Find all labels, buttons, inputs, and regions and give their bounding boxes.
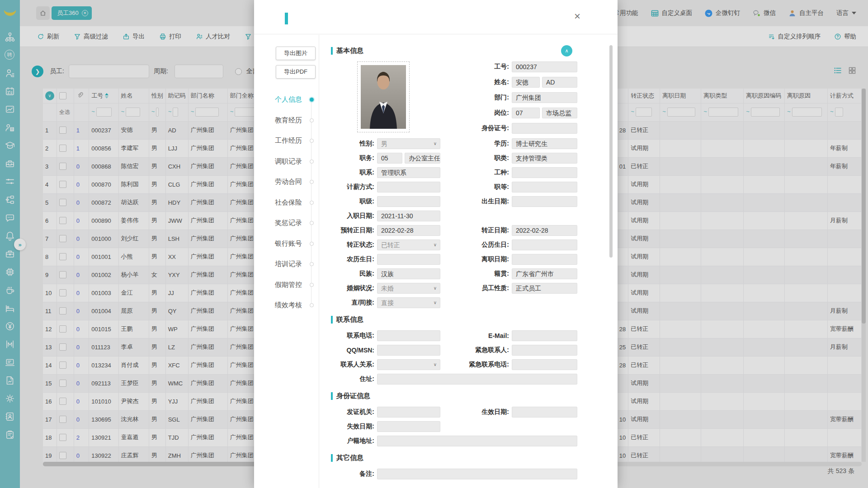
paymethod-label: 计薪方式: [331, 183, 374, 191]
rank-field[interactable] [377, 196, 440, 207]
preregular-field[interactable]: 2022-02-28 [377, 225, 440, 236]
phone-field[interactable] [377, 330, 440, 341]
edu-field[interactable]: 博士研究生 [512, 138, 577, 149]
modal-nav-item[interactable]: 个人信息 [254, 89, 319, 110]
ethnic-field[interactable]: 汉族 [377, 268, 440, 279]
birthdate-field[interactable] [512, 196, 577, 207]
worktype-field[interactable] [512, 167, 577, 178]
idno-field[interactable] [512, 123, 577, 134]
effective-date-label: 生效日期: [458, 408, 509, 416]
duty-name-field[interactable]: 办公室主任 [405, 153, 440, 164]
app-screen: 聘 » 员工360✕ 常用功能 自定义桌面 企微钉钉 微信 [0, 0, 868, 488]
modal-nav-item[interactable]: 假期管控 [254, 275, 319, 296]
paymethod-field[interactable] [377, 182, 440, 192]
modal-scrollbar-thumb[interactable] [609, 45, 613, 258]
export-image-button[interactable]: 导出图片 [276, 47, 316, 60]
modal-nav-item[interactable]: 社会保险 [254, 192, 319, 213]
modal-title-accent-bar [285, 13, 288, 24]
modal-nav-list: 个人信息 教育经历 工作经历 调职记录 [254, 89, 319, 316]
name-label: 姓名: [458, 78, 509, 86]
worktype-label: 工种: [458, 169, 509, 177]
modal-nav-item[interactable]: 调职记录 [254, 151, 319, 172]
issue-org-label: 发证机关: [331, 408, 374, 416]
regulardate-label: 转正日期: [458, 226, 509, 235]
nav-step-dot [310, 242, 314, 246]
idno-label: 身份证号: [458, 124, 509, 132]
leavedate-field[interactable] [512, 254, 577, 265]
lunarbirthday-label: 农历生日: [331, 255, 374, 263]
name-en-field[interactable]: AD [542, 77, 577, 88]
ethnic-label: 民族: [331, 270, 374, 278]
post-name-field[interactable]: 市场总监 [542, 108, 577, 118]
edu-label: 学历: [458, 140, 509, 148]
jobfamily-field[interactable]: 管理职系 [377, 167, 440, 178]
birthdate-label: 出生日期: [458, 197, 509, 206]
empnature-field[interactable]: 正式员工 [512, 283, 577, 294]
contact-relation-label: 联系人关系: [331, 361, 374, 369]
jobclass-label: 职类: [458, 154, 509, 162]
employee-photo[interactable] [357, 61, 410, 132]
section-idcard-info: 身份证信息 [331, 392, 586, 400]
address-field[interactable] [377, 374, 577, 385]
modal-header: × [254, 0, 618, 34]
modal-nav-item[interactable]: 奖惩记录 [254, 213, 319, 234]
lunarbirthday-field[interactable] [377, 254, 440, 265]
direct-label: 直/间接: [331, 299, 374, 307]
nav-step-dot [310, 118, 314, 122]
direct-select[interactable]: 直接∨ [377, 297, 440, 308]
modal-nav-item[interactable]: 工作经历 [254, 131, 319, 151]
collapse-section-icon[interactable]: ∧ [561, 45, 572, 56]
remark-field[interactable] [377, 469, 577, 479]
leavedate-label: 离职日期: [458, 255, 509, 263]
nav-step-dot [310, 201, 314, 205]
household-address-label: 户籍地址: [331, 437, 374, 445]
regulardate-field[interactable]: 2022-02-28 [512, 225, 577, 236]
employee-detail-modal: × 导出图片 导出PDF 个人信息 教育经历 [254, 0, 618, 488]
modal-nav-item[interactable]: 绩效考核 [254, 295, 319, 316]
marital-label: 婚姻状况: [331, 284, 374, 292]
nav-step-dot [310, 283, 314, 287]
regularstatus-label: 转正状态: [331, 241, 374, 249]
modal-nav-item[interactable]: 教育经历 [254, 110, 319, 131]
jobclass-field[interactable]: 支持管理类 [512, 153, 577, 164]
emergency-phone-field[interactable] [512, 359, 577, 370]
dept-field[interactable]: 广州集团 [512, 92, 577, 103]
empno-field[interactable]: 000237 [512, 61, 577, 72]
section-basic-info: 基本信息 ∧ [331, 47, 586, 55]
emergency-phone-label: 紧急联系电话: [458, 361, 509, 369]
emergency-contact-label: 紧急联系人: [458, 346, 509, 354]
post-code-field[interactable]: 07 [512, 108, 540, 118]
expire-date-field[interactable] [377, 421, 440, 432]
qq-field[interactable] [377, 345, 440, 356]
contact-relation-select[interactable]: ∨ [377, 359, 440, 370]
regularstatus-select[interactable]: 已转正∨ [377, 239, 440, 250]
email-label: E-Mail: [458, 332, 509, 339]
emergency-contact-field[interactable] [512, 345, 577, 356]
name-field[interactable]: 安德 [512, 77, 540, 88]
grade-field[interactable] [512, 182, 577, 192]
jobfamily-label: 职系: [331, 169, 374, 177]
modal-nav-item[interactable]: 劳动合同 [254, 172, 319, 192]
section-contact-info: 联系信息 [331, 315, 586, 324]
issue-org-field[interactable] [377, 407, 440, 418]
household-address-field[interactable] [377, 436, 577, 446]
duty-code-field[interactable]: 05 [377, 153, 402, 164]
gender-select[interactable]: 男∨ [377, 138, 440, 149]
nav-step-dot [310, 98, 314, 102]
nav-step-dot [310, 160, 314, 164]
email-field[interactable] [512, 330, 577, 341]
marital-select[interactable]: 未婚∨ [377, 283, 440, 294]
solarbirthday-field[interactable] [512, 239, 577, 250]
modal-close-icon[interactable]: × [574, 11, 580, 22]
modal-nav-item[interactable]: 银行账号 [254, 234, 319, 254]
remark-label: 备注: [331, 470, 374, 478]
effective-date-field[interactable] [512, 407, 577, 418]
post-label: 岗位: [458, 109, 509, 117]
grade-label: 职等: [458, 183, 509, 191]
nativeplace-field[interactable]: 广东省广州市 [512, 268, 577, 279]
export-pdf-button[interactable]: 导出PDF [276, 65, 316, 79]
nav-step-dot [310, 180, 314, 184]
hiredate-field[interactable]: 2021-11-30 [377, 211, 440, 221]
modal-nav-item[interactable]: 培训记录 [254, 254, 319, 275]
phone-label: 联系电话: [331, 332, 374, 340]
